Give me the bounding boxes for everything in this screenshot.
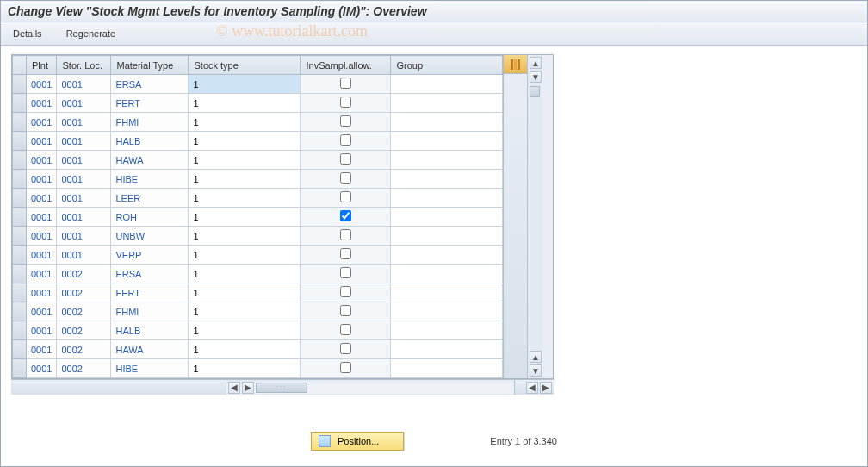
cell-stock-type[interactable]: 1: [189, 94, 301, 113]
cell-group[interactable]: [391, 265, 503, 283]
position-button[interactable]: Position...: [311, 432, 404, 451]
scroll-up-icon[interactable]: ▲: [530, 57, 542, 69]
scroll-left-step-icon[interactable]: ◀: [526, 382, 538, 394]
cell-invsampl-allow[interactable]: [301, 227, 391, 246]
scroll-thumb[interactable]: [530, 86, 540, 97]
row-selector[interactable]: [13, 359, 27, 378]
cell-group[interactable]: [391, 227, 503, 246]
cell-material-type[interactable]: FHMI: [111, 302, 189, 321]
cell-plant[interactable]: 0001: [27, 75, 57, 94]
cell-stock-type[interactable]: 1: [189, 170, 301, 189]
cell-material-type[interactable]: ERSA: [111, 75, 189, 94]
cell-group[interactable]: [391, 321, 503, 340]
scroll-down-icon[interactable]: ▼: [530, 364, 542, 377]
cell-storage-loc[interactable]: 0001: [57, 189, 111, 208]
invsampl-checkbox[interactable]: [340, 172, 351, 184]
cell-invsampl-allow[interactable]: [301, 75, 391, 94]
cell-stock-type[interactable]: 1: [189, 189, 301, 208]
row-selector[interactable]: [13, 75, 27, 94]
cell-storage-loc[interactable]: 0002: [57, 321, 111, 340]
cell-material-type[interactable]: HAWA: [111, 151, 189, 170]
table-row[interactable]: 00010002FHMI1: [13, 302, 503, 321]
cell-group[interactable]: [391, 283, 503, 302]
table-row[interactable]: 00010001LEER1: [13, 189, 503, 208]
cell-stock-type[interactable]: 1: [189, 227, 301, 246]
cell-material-type[interactable]: FERT: [111, 94, 189, 113]
col-header-invsampl-allow[interactable]: InvSampl.allow.: [301, 56, 391, 75]
regenerate-button[interactable]: Regenerate: [63, 27, 120, 40]
cell-storage-loc[interactable]: 0002: [57, 265, 111, 283]
cell-stock-type[interactable]: 1: [189, 340, 301, 359]
cell-storage-loc[interactable]: 0001: [57, 132, 111, 151]
invsampl-checkbox[interactable]: [340, 229, 351, 240]
cell-plant[interactable]: 0001: [27, 151, 57, 170]
table-row[interactable]: 00010002HIBE1: [13, 359, 503, 378]
table-row[interactable]: 00010001UNBW1: [13, 227, 503, 246]
invsampl-checkbox[interactable]: [340, 78, 351, 89]
cell-group[interactable]: [391, 94, 503, 113]
cell-plant[interactable]: 0001: [27, 189, 57, 208]
cell-plant[interactable]: 0001: [27, 227, 57, 246]
invsampl-checkbox[interactable]: [340, 191, 351, 202]
cell-plant[interactable]: 0001: [27, 321, 57, 340]
invsampl-checkbox[interactable]: [340, 97, 351, 108]
invsampl-checkbox[interactable]: [340, 324, 351, 335]
configure-columns-icon[interactable]: [504, 55, 527, 74]
cell-group[interactable]: [391, 132, 503, 151]
cell-storage-loc[interactable]: 0001: [57, 246, 111, 265]
cell-material-type[interactable]: LEER: [111, 189, 189, 208]
col-header-material-type[interactable]: Material Type: [111, 56, 189, 75]
cell-storage-loc[interactable]: 0002: [57, 302, 111, 321]
cell-invsampl-allow[interactable]: [301, 340, 391, 359]
col-header-group[interactable]: Group: [391, 56, 503, 75]
scroll-down-step-icon[interactable]: ▼: [530, 71, 542, 83]
cell-stock-type[interactable]: 1: [189, 113, 301, 132]
table-row[interactable]: 00010001ERSA1: [13, 75, 503, 94]
row-selector[interactable]: [13, 246, 27, 265]
cell-stock-type[interactable]: 1: [189, 321, 301, 340]
col-header-stock-type[interactable]: Stock type: [189, 56, 301, 75]
cell-stock-type[interactable]: 1: [189, 283, 301, 302]
invsampl-checkbox[interactable]: [340, 267, 351, 278]
cell-storage-loc[interactable]: 0002: [57, 359, 111, 378]
row-selector[interactable]: [13, 302, 27, 321]
cell-group[interactable]: [391, 75, 503, 94]
cell-stock-type[interactable]: 1: [189, 132, 301, 151]
table-row[interactable]: 00010001HIBE1: [13, 170, 503, 189]
scroll-up-step-icon[interactable]: ▲: [530, 351, 542, 363]
cell-storage-loc[interactable]: 0001: [57, 151, 111, 170]
table-row[interactable]: 00010001FERT1: [13, 94, 503, 113]
cell-invsampl-allow[interactable]: [301, 113, 391, 132]
cell-group[interactable]: [391, 302, 503, 321]
invsampl-checkbox[interactable]: [340, 343, 351, 354]
row-selector[interactable]: [13, 208, 27, 227]
cell-group[interactable]: [391, 151, 503, 170]
row-selector[interactable]: [13, 227, 27, 246]
cell-storage-loc[interactable]: 0001: [57, 227, 111, 246]
scroll-right-step-icon[interactable]: ▶: [242, 382, 254, 394]
cell-invsampl-allow[interactable]: [301, 321, 391, 340]
cell-plant[interactable]: 0001: [27, 113, 57, 132]
table-row[interactable]: 00010002ERSA1: [13, 265, 503, 283]
cell-plant[interactable]: 0001: [27, 208, 57, 227]
cell-invsampl-allow[interactable]: [301, 246, 391, 265]
cell-invsampl-allow[interactable]: [301, 208, 391, 227]
cell-group[interactable]: [391, 113, 503, 132]
cell-plant[interactable]: 0001: [27, 246, 57, 265]
cell-storage-loc[interactable]: 0001: [57, 94, 111, 113]
cell-plant[interactable]: 0001: [27, 283, 57, 302]
row-selector[interactable]: [13, 151, 27, 170]
details-button[interactable]: Details: [9, 27, 46, 40]
cell-material-type[interactable]: HAWA: [111, 340, 189, 359]
invsampl-checkbox[interactable]: [340, 305, 351, 316]
cell-storage-loc[interactable]: 0001: [57, 170, 111, 189]
cell-plant[interactable]: 0001: [27, 170, 57, 189]
cell-plant[interactable]: 0001: [27, 302, 57, 321]
table-row[interactable]: 00010001VERP1: [13, 246, 503, 265]
cell-invsampl-allow[interactable]: [301, 302, 391, 321]
cell-material-type[interactable]: ROH: [111, 208, 189, 227]
cell-plant[interactable]: 0001: [27, 132, 57, 151]
cell-stock-type[interactable]: 1: [189, 302, 301, 321]
cell-material-type[interactable]: HALB: [111, 132, 189, 151]
invsampl-checkbox[interactable]: [340, 248, 351, 259]
